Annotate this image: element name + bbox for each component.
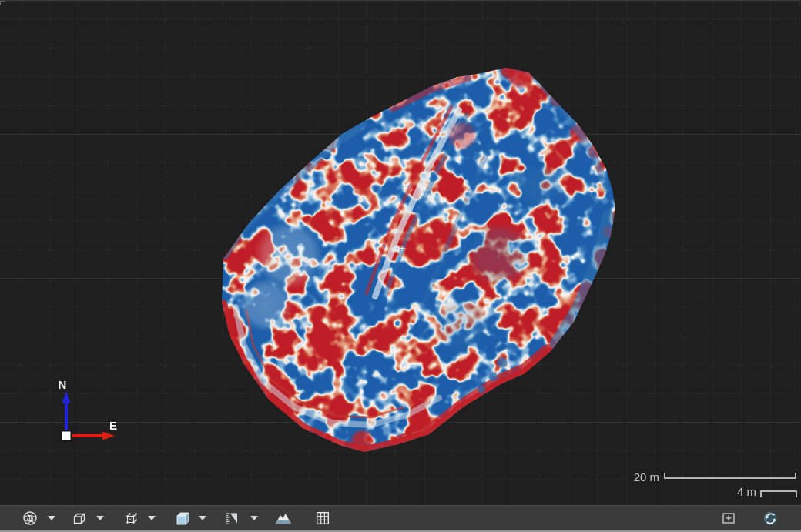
globe-view-dropdown[interactable] xyxy=(46,508,57,528)
ortho-grid-icon xyxy=(315,510,330,526)
scale-bar-4m xyxy=(760,490,797,497)
photogrammetry-app-window: + N E 20 m 4 m xyxy=(0,0,801,532)
shaded-cube-icon xyxy=(174,510,190,527)
zoom-region-plus-icon xyxy=(721,510,736,526)
terrain-mountain-icon xyxy=(275,511,292,525)
chevron-down-icon xyxy=(250,516,258,520)
scale-bar-20m xyxy=(664,473,796,479)
orthomosaic-view-button[interactable] xyxy=(313,508,332,528)
point-cloud-view-button[interactable] xyxy=(122,508,141,528)
navigation-axes-gizmo: N E xyxy=(45,373,129,450)
scale-bar-20m-label: 20 m xyxy=(601,471,659,483)
east-axis-label: E xyxy=(109,419,117,432)
dem-view-button[interactable] xyxy=(274,508,293,528)
sync-view-button[interactable] xyxy=(761,508,779,528)
chevron-down-icon xyxy=(48,516,55,520)
chevron-down-icon xyxy=(199,516,206,520)
shaded-view-button[interactable] xyxy=(173,508,191,528)
globe-view-button[interactable] xyxy=(21,508,39,528)
point-cloud-cube-icon xyxy=(125,511,139,525)
north-axis-label: N xyxy=(59,378,67,391)
chevron-down-icon xyxy=(148,516,156,520)
east-axis-arrowhead xyxy=(102,432,115,440)
sync-sphere-icon xyxy=(762,510,779,527)
gizmo-origin-square xyxy=(62,431,72,441)
color-scale-view-dropdown[interactable] xyxy=(249,508,260,528)
north-axis-arrowhead xyxy=(62,391,71,403)
wireframe-box-icon xyxy=(72,510,87,526)
color-scale-wedge-icon xyxy=(224,510,240,526)
bottom-toolbar xyxy=(0,505,801,532)
globe-icon xyxy=(22,510,38,526)
wireframe-view-button[interactable] xyxy=(70,508,89,528)
zoom-region-button[interactable] xyxy=(719,508,738,528)
scale-bar-4m-label: 4 m xyxy=(709,486,756,498)
wireframe-view-dropdown[interactable] xyxy=(95,508,106,528)
point-cloud-view-dropdown[interactable] xyxy=(146,508,157,528)
model-viewport[interactable]: + N E 20 m 4 m xyxy=(0,1,801,505)
color-scale-view-button[interactable] xyxy=(223,508,241,528)
shaded-view-dropdown[interactable] xyxy=(197,508,208,528)
chevron-down-icon xyxy=(96,516,104,520)
toolbar-overflow-chevron[interactable] xyxy=(790,524,796,529)
